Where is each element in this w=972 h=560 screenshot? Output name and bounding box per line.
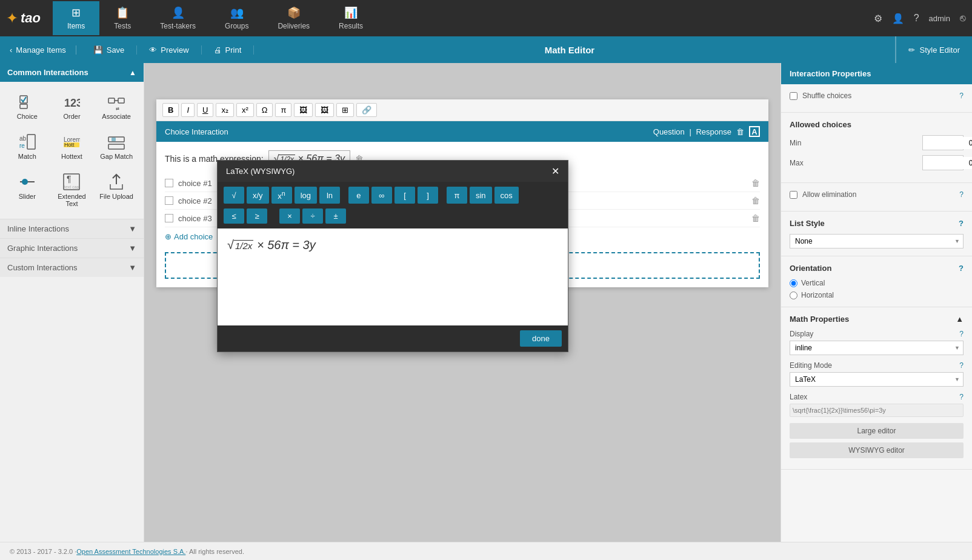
help-icon[interactable]: ?	[914, 13, 919, 24]
cos-button[interactable]: cos	[494, 187, 519, 204]
latex-trig-buttons: π sin cos	[447, 187, 519, 204]
nav-item-tests[interactable]: 📋 Tests	[99, 1, 145, 35]
pm-button[interactable]: ±	[325, 208, 346, 224]
sin-button[interactable]: sin	[470, 187, 492, 204]
sidebar-item-order[interactable]: 123 Order	[50, 87, 95, 127]
choice-3-checkbox[interactable]	[165, 214, 173, 222]
shuffle-choices-checkbox[interactable]	[790, 92, 797, 100]
preview-button[interactable]: 👁 Preview	[137, 45, 201, 55]
tao-logo[interactable]: ✦ tao	[6, 10, 41, 27]
orientation-radio-group: Vertical Horizontal	[790, 279, 964, 299]
list-style-help-icon[interactable]: ?	[959, 219, 964, 228]
frac-button[interactable]: x/y	[247, 187, 269, 204]
nav-item-groups[interactable]: 👥 Groups	[210, 1, 263, 35]
table-button[interactable]: ⊞	[336, 103, 354, 117]
inline-interactions-header[interactable]: Inline Interactions ▼	[0, 219, 144, 238]
link-button[interactable]: 🔗	[356, 103, 377, 117]
display-help-icon[interactable]: ?	[959, 330, 964, 338]
omega-button[interactable]: Ω	[256, 103, 273, 117]
users-icon[interactable]: 👤	[892, 13, 904, 24]
max-input[interactable]	[923, 157, 972, 169]
ota-link[interactable]: Open Assessment Technologies S.A.	[76, 548, 185, 555]
e-button[interactable]: e	[348, 187, 369, 204]
editing-mode-select[interactable]: LaTeX WYSIWYG	[790, 372, 964, 387]
geq-button[interactable]: ≥	[247, 208, 267, 224]
bold-button[interactable]: B	[162, 103, 179, 117]
italic-button[interactable]: I	[181, 103, 195, 117]
delete-choice-3[interactable]: 🗑	[751, 213, 760, 223]
choice-1-checkbox[interactable]	[165, 179, 173, 187]
sidebar-item-choice[interactable]: Choice	[5, 87, 50, 127]
large-editor-button[interactable]: Large editor	[790, 423, 964, 439]
sidebar-item-extended-text[interactable]: ¶text cap Extended Text	[50, 167, 95, 214]
sidebar-item-gap-match[interactable]: Gap Match	[94, 127, 139, 167]
response-tab[interactable]: Response	[696, 127, 731, 136]
allow-elimination-checkbox[interactable]	[790, 191, 797, 199]
print-button[interactable]: 🖨 Print	[202, 45, 255, 55]
latex-editor[interactable]: √1/2x × 56π = 3y	[218, 228, 568, 325]
svg-rect-1	[20, 104, 27, 108]
tao-logo-icon: ✦	[6, 10, 18, 27]
lbracket-button[interactable]: [	[394, 187, 415, 204]
div-button[interactable]: ÷	[302, 208, 323, 224]
delete-choice-1[interactable]: 🗑	[751, 178, 760, 188]
times-button[interactable]: ×	[279, 208, 300, 224]
vertical-radio[interactable]	[790, 279, 797, 287]
save-button[interactable]: 💾 Save	[81, 45, 138, 55]
editing-mode-help-icon[interactable]: ?	[959, 361, 964, 370]
min-input[interactable]	[923, 137, 972, 149]
add-choice-label: Add choice	[174, 232, 213, 241]
orientation-help-icon[interactable]: ?	[959, 264, 964, 273]
elimination-help-icon[interactable]: ?	[959, 190, 964, 199]
sqrt-button[interactable]: √	[224, 187, 244, 204]
common-interactions-header[interactable]: Common Interactions ▲	[0, 63, 144, 82]
custom-interactions-header[interactable]: Custom Interactions ▼	[0, 258, 144, 277]
pi-toolbar-button[interactable]: π	[275, 103, 291, 117]
list-style-select[interactable]: None Alphabetic Decimal	[790, 234, 964, 248]
nav-item-results[interactable]: 📊 Results	[324, 1, 378, 35]
horizontal-radio[interactable]	[790, 292, 797, 299]
underline-button[interactable]: U	[197, 103, 213, 117]
sidebar-item-match[interactable]: abre Match	[5, 127, 50, 167]
sidebar-item-associate[interactable]: ⇄ Associate	[94, 87, 139, 127]
graphic-interactions-header[interactable]: Graphic Interactions ▼	[0, 238, 144, 258]
inf-button[interactable]: ∞	[371, 187, 392, 204]
image-button[interactable]: 🖼	[294, 103, 313, 117]
nav-item-items[interactable]: ⊞ Items	[53, 1, 99, 35]
nav-item-test-takers[interactable]: 👤 Test-takers	[145, 1, 210, 35]
log-button[interactable]: log	[295, 187, 317, 204]
question-tab[interactable]: Question	[653, 127, 685, 136]
logout-icon[interactable]: ⎋	[960, 13, 966, 24]
back-button[interactable]: ‹ Manage Items	[10, 45, 76, 55]
delete-choice-2[interactable]: 🗑	[751, 196, 760, 205]
ln-button[interactable]: ln	[319, 187, 340, 204]
subscript-button[interactable]: x₂	[216, 103, 234, 117]
superscript-button[interactable]: x²	[236, 103, 254, 117]
leq-button[interactable]: ≤	[224, 208, 244, 224]
latex-label: Latex ?	[790, 393, 964, 401]
style-editor-button[interactable]: ✏ Style Editor	[895, 36, 972, 63]
latex-operator-buttons: ≤ ≥	[224, 208, 267, 224]
nav-item-deliveries[interactable]: 📦 Deliveries	[263, 1, 324, 35]
latex-close-button[interactable]: ✕	[551, 165, 559, 177]
list-style-section: List Style ? None Alphabetic Decimal	[781, 212, 972, 256]
sidebar-item-file-upload[interactable]: File Upload	[94, 167, 139, 214]
sidebar-item-hottext[interactable]: LoremHott Hottext	[50, 127, 95, 167]
delete-interaction-icon[interactable]: 🗑	[736, 127, 744, 136]
pow-button[interactable]: xn	[271, 187, 292, 204]
back-label: Manage Items	[16, 45, 65, 55]
shuffle-choices-label: Shuffle choices	[802, 92, 851, 100]
latex-help-icon[interactable]: ?	[959, 393, 964, 401]
wysiwyg-editor-button[interactable]: WYSIWYG editor	[790, 442, 964, 458]
svg-rect-3	[108, 98, 115, 103]
pi-button[interactable]: π	[447, 187, 467, 204]
display-select[interactable]: inline block	[790, 341, 964, 355]
shuffle-help-icon[interactable]: ?	[959, 92, 964, 100]
choice-2-checkbox[interactable]	[165, 196, 173, 205]
sidebar-item-slider[interactable]: Slider	[5, 167, 50, 214]
media-button[interactable]: 🖼	[315, 103, 334, 117]
math-collapse-icon[interactable]: ▲	[956, 315, 964, 324]
settings-icon[interactable]: ⚙	[874, 13, 882, 24]
rbracket-button[interactable]: ]	[418, 187, 438, 204]
latex-done-button[interactable]: done	[520, 330, 562, 347]
